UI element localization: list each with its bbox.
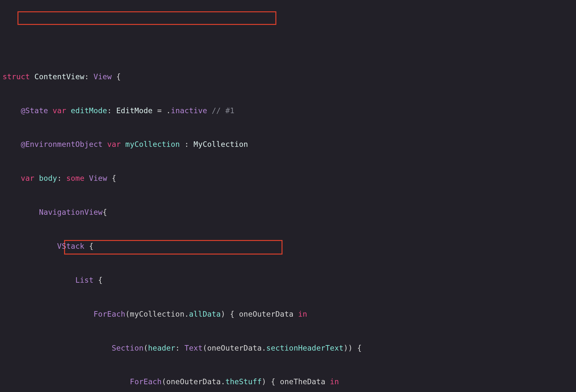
code-line: VStack { (3, 241, 573, 252)
punct: ( (143, 344, 148, 352)
code-editor[interactable]: struct ContentView: View { @State var ed… (0, 0, 576, 392)
punct: { (103, 208, 107, 216)
punct: . (184, 310, 189, 318)
punct: : (180, 140, 194, 148)
punct: { (112, 72, 121, 81)
punct: : (107, 106, 116, 115)
ident-mycollection: myCollection (130, 310, 184, 318)
punct: ( (162, 377, 166, 386)
keyword-some: some (66, 174, 84, 182)
param-oneouterdata: oneOuterData (239, 310, 294, 318)
comment-1: // #1 (207, 106, 234, 115)
code-line: Section(header: Text(oneOuterData.sectio… (3, 343, 573, 354)
punct: ) (344, 344, 348, 352)
keyword-var: var (53, 106, 66, 115)
type-view: View (94, 72, 112, 81)
code-line: NavigationView{ (3, 207, 573, 218)
code-line: ForEach(oneOuterData.theStuff) { oneTheD… (3, 376, 573, 387)
fn-foreach: ForEach (94, 310, 125, 318)
fn-section: Section (112, 344, 143, 352)
punct: { (107, 174, 116, 182)
keyword-struct: struct (3, 72, 30, 81)
code-line: var body: some View { (3, 173, 573, 184)
code-line: @EnvironmentObject var myCollection : My… (3, 139, 573, 150)
punct: ( (203, 344, 207, 352)
type-contentview: ContentView (34, 72, 84, 81)
prop-alldata: allData (189, 310, 221, 318)
code-line: struct ContentView: View { (3, 71, 573, 82)
ident-oneouterdata: oneOuterData (207, 344, 262, 352)
punct: . (221, 377, 225, 386)
highlight-box-1 (17, 11, 276, 25)
keyword-in: in (298, 310, 307, 318)
punct: . (262, 344, 266, 352)
punct: ) (348, 344, 353, 352)
punct: = . (153, 106, 171, 115)
var-body: body (39, 174, 57, 182)
type-editmode: EditMode (116, 106, 152, 115)
code-line: @State var editMode: EditMode = .inactiv… (3, 105, 573, 116)
param-onethedata: oneTheData (280, 377, 325, 386)
punct: { (266, 377, 280, 386)
punct: ) (221, 310, 225, 318)
keyword-var: var (21, 174, 34, 182)
punct: ( (125, 310, 130, 318)
punct: ) (262, 377, 266, 386)
arg-header: header (148, 344, 175, 352)
fn-text: Text (184, 344, 203, 352)
code-line: List { (3, 275, 573, 286)
fn-navigationview: NavigationView (39, 208, 103, 216)
var-mycollection: myCollection (125, 140, 180, 148)
fn-foreach: ForEach (130, 377, 161, 386)
ident-oneouterdata: oneOuterData (166, 377, 221, 386)
fn-list: List (75, 276, 94, 284)
type-mycollection: MyCollection (194, 140, 248, 148)
fn-vstack: VStack (57, 242, 84, 250)
var-editmode: editMode (71, 106, 107, 115)
punct: : (175, 344, 184, 352)
punct: { (225, 310, 239, 318)
attribute-state: @State (21, 106, 48, 115)
punct: { (353, 344, 362, 352)
prop-sectionheadertext: sectionHeaderText (266, 344, 344, 352)
attribute-environmentobject: @EnvironmentObject (21, 140, 103, 148)
prop-thestuff: theStuff (225, 377, 261, 386)
punct: { (94, 276, 103, 284)
keyword-var: var (107, 140, 121, 148)
keyword-in: in (330, 377, 339, 386)
type-view: View (89, 174, 107, 182)
enum-inactive: inactive (171, 106, 207, 115)
code-line: ForEach(myCollection.allData) { oneOuter… (3, 309, 573, 320)
punct: : (57, 174, 66, 182)
punct: { (84, 242, 94, 250)
punct: : (84, 72, 94, 81)
